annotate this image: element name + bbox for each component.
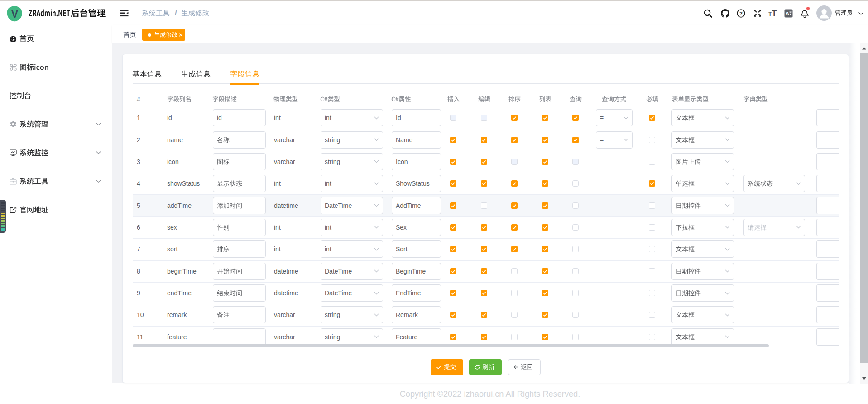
svg-text:?: ? (739, 10, 742, 16)
svg-text:V: V (11, 8, 19, 20)
svg-text:A: A (786, 11, 789, 16)
